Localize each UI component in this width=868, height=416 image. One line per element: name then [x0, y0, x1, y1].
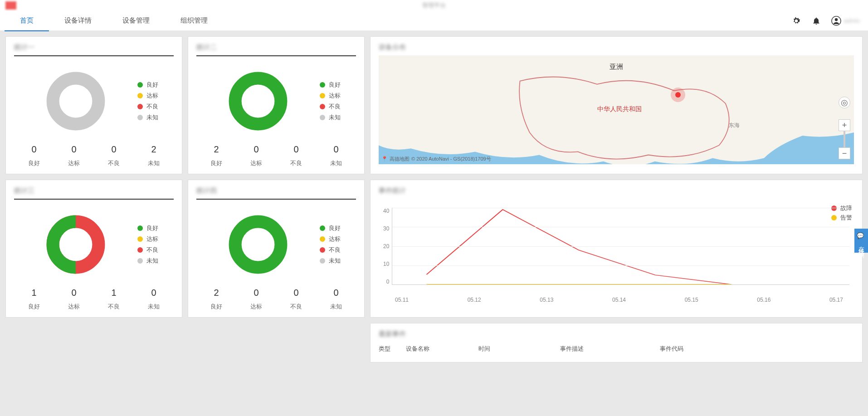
- online-chat-button[interactable]: 💬 在线咨询: [854, 229, 868, 253]
- card-title: 最新事件: [379, 330, 854, 338]
- col-code: 事件代码: [660, 345, 723, 353]
- legend-label: 良好: [329, 224, 341, 232]
- legend-label: 不良: [329, 103, 341, 111]
- map-zoom-track[interactable]: [844, 131, 845, 147]
- nav-tab-device-manage[interactable]: 设备管理: [121, 12, 151, 29]
- count-unknown: 2: [140, 144, 167, 155]
- divider: [14, 199, 174, 200]
- settings-icon[interactable]: [791, 16, 801, 26]
- map-marker[interactable]: [673, 90, 683, 99]
- svg-point-3: [235, 78, 281, 124]
- map-label-china: 中华人民共和国: [597, 105, 642, 113]
- x-tick: 05.14: [612, 297, 626, 303]
- legend-dot-bad: [137, 104, 143, 109]
- legend-label: 不良: [146, 103, 158, 111]
- legend-label: 良好: [146, 81, 158, 89]
- nav-tab-device-detail[interactable]: 设备详情: [63, 12, 93, 29]
- user-name: admin: [844, 17, 860, 24]
- events-table-header: 类型 设备名称 时间 事件描述 事件代码: [379, 342, 854, 356]
- legend: 良好 达标 不良 未知: [320, 221, 356, 268]
- legend-dot-pass: [137, 93, 143, 98]
- legend-label: 达标: [329, 92, 341, 100]
- legend-dot-good: [137, 82, 143, 88]
- plot-area: [392, 208, 849, 285]
- nav-tabs: 首页 设备详情 设备管理 组织管理: [5, 12, 210, 29]
- card-title: 设备分布: [379, 43, 854, 52]
- donut-card-1: 统计一 良好 达标 不良 未知 0良好 0达标 0不良 2未知: [5, 36, 182, 174]
- y-tick: 40: [383, 208, 389, 214]
- count-good: 2: [203, 288, 230, 298]
- x-tick: 05.15: [685, 297, 698, 303]
- legend: 良好 达标 不良 未知: [320, 78, 356, 124]
- divider: [14, 55, 174, 56]
- legend-dot-pass: [320, 236, 325, 242]
- map-zoom-out-button[interactable]: −: [839, 147, 850, 159]
- svg-point-1: [834, 18, 837, 21]
- col-desc: 事件描述: [560, 345, 660, 353]
- count-bad: 0: [283, 144, 310, 155]
- legend-dot-good: [320, 82, 325, 88]
- x-tick: 05.17: [829, 297, 843, 303]
- nav-tab-home[interactable]: 首页: [18, 12, 35, 29]
- legend-label: 不良: [146, 246, 158, 254]
- legend-dot-pass: [137, 236, 143, 242]
- count-bad: 0: [100, 144, 127, 155]
- map-locate-button[interactable]: ◎: [839, 97, 850, 108]
- count-label: 良好: [203, 303, 230, 311]
- chart-area: 40 30 20 10 0: [379, 199, 854, 294]
- y-tick: 10: [383, 261, 389, 267]
- nav-bar: 首页 设备详情 设备管理 组织管理 admin: [0, 11, 868, 31]
- col-device: 设备名称: [406, 345, 478, 353]
- user-menu[interactable]: admin: [831, 16, 860, 26]
- chat-icon: 💬: [857, 232, 866, 239]
- divider: [196, 55, 356, 56]
- count-label: 未知: [322, 303, 350, 311]
- legend-dot-good: [137, 225, 143, 231]
- donut-chart: [196, 213, 320, 276]
- nav-right: admin: [791, 16, 860, 26]
- legend-dot-bad: [137, 247, 143, 253]
- top-bar: 管理平台: [0, 0, 868, 11]
- x-tick: 05.11: [395, 297, 409, 303]
- legend-label: 未知: [146, 257, 158, 265]
- count-label: 不良: [100, 159, 127, 167]
- x-axis: 05.11 05.12 05.13 05.14 05.15 05.16 05.1…: [395, 297, 854, 303]
- events-card: 最新事件 类型 设备名称 时间 事件描述 事件代码: [370, 323, 863, 362]
- map-canvas[interactable]: 亚洲 中华人民共和国 东海 ◎ + − 📍 高德地图 © 2020 AutoNa…: [379, 55, 854, 164]
- count-pass: 0: [60, 288, 88, 298]
- legend: 良好 达标 不良 未知: [137, 78, 174, 124]
- legend-dot-bad: [320, 104, 325, 109]
- app-title: 管理平台: [422, 1, 446, 10]
- donut-chart: [14, 69, 137, 133]
- count-label: 达标: [60, 159, 88, 167]
- y-tick: 30: [383, 225, 389, 232]
- y-tick: 0: [386, 279, 390, 285]
- amap-logo-icon: 📍: [381, 156, 388, 162]
- nav-tab-org-manage[interactable]: 组织管理: [179, 12, 210, 29]
- legend-label: 不良: [329, 246, 341, 254]
- legend-label: 未知: [146, 113, 158, 122]
- col-type: 类型: [379, 345, 406, 353]
- amap-text: 高德地图: [390, 156, 410, 162]
- chat-label: 在线咨询: [857, 242, 865, 249]
- legend-dot-unknown: [137, 258, 143, 264]
- y-tick: 20: [383, 243, 389, 250]
- legend-label: 良好: [146, 224, 158, 232]
- user-icon: [831, 16, 841, 26]
- line-chart-card: 事件统计 故障 告警 40 30 20 10 0: [370, 180, 863, 318]
- count-unknown: 0: [322, 288, 350, 298]
- count-good: 1: [20, 288, 48, 298]
- count-row: 1良好 0达标 1不良 0未知: [14, 288, 174, 311]
- svg-point-2: [53, 78, 99, 124]
- map-card: 设备分布 亚洲 中华人民共和国 东海 ◎ + − 📍 高德地图 © 2: [370, 36, 863, 174]
- count-label: 良好: [20, 159, 48, 167]
- count-label: 不良: [283, 159, 310, 167]
- count-unknown: 0: [140, 288, 167, 298]
- bell-icon[interactable]: [811, 16, 821, 26]
- map-credit: 📍 高德地图 © 2020 AutoNavi - GS(2018)1709号: [381, 156, 491, 162]
- legend-dot-bad: [320, 247, 325, 253]
- x-tick: 05.16: [757, 297, 770, 303]
- map-zoom-in-button[interactable]: +: [839, 119, 850, 131]
- legend: 良好 达标 不良 未知: [137, 221, 174, 268]
- donut-chart: [196, 69, 320, 133]
